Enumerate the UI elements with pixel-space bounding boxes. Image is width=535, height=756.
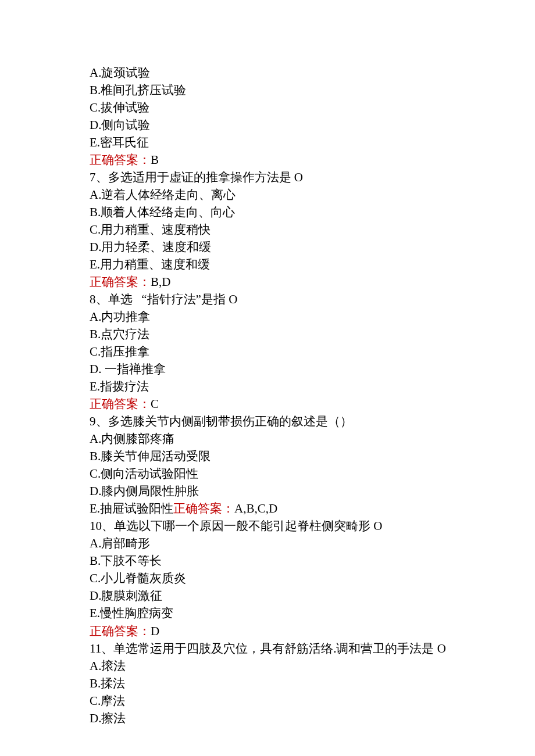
answer-label: 正确答案： xyxy=(90,624,151,638)
q10-stem: 10、单选以下哪一个原因一般不能引起脊柱侧突畸形 O xyxy=(90,517,535,535)
answer-label: 正确答案： xyxy=(90,153,151,167)
answer-value: A,B,C,D xyxy=(234,501,277,515)
document-page: A.旋颈试验 B.椎间孔挤压试验 C.拔伸试验 D.侧向试验 E.密耳氏征 正确… xyxy=(0,0,535,756)
answer-value: B,D xyxy=(151,275,170,289)
q6-option-b: B.椎间孔挤压试验 xyxy=(90,81,535,99)
q10-option-e: E.慢性胸腔病变 xyxy=(90,604,535,622)
q7-answer: 正确答案：B,D xyxy=(90,273,535,291)
q8-stem: 8、单选 “指针疗法”是指 O xyxy=(90,291,535,308)
q9-option-c: C.侧向活动试验阳性 xyxy=(90,465,535,482)
q10-option-c: C.小儿脊髓灰质炎 xyxy=(90,569,535,587)
q9-option-a: A.内侧膝部疼痛 xyxy=(90,430,535,447)
answer-label: 正确答案： xyxy=(173,501,234,515)
q8-option-e: E.指拨疗法 xyxy=(90,378,535,395)
q10-option-b: B.下肢不等长 xyxy=(90,552,535,569)
q7-option-a: A.逆着人体经络走向、离心 xyxy=(90,186,535,203)
q6-option-c: C.拔伸试验 xyxy=(90,99,535,116)
q7-option-b: B.顺着人体经络走向、向心 xyxy=(90,203,535,221)
q9-option-e-prefix: E.抽屉试验阳性 xyxy=(90,501,173,515)
q9-stem: 9、多选膝关节内侧副韧带损伤正确的叙述是（） xyxy=(90,413,535,430)
q10-option-d: D.腹膜刺激征 xyxy=(90,587,535,604)
q7-option-d: D.用力轻柔、速度和缓 xyxy=(90,238,535,256)
q11-option-b: B.揉法 xyxy=(90,675,535,692)
q11-option-d: D.擦法 xyxy=(90,710,535,727)
q6-option-e: E.密耳氏征 xyxy=(90,134,535,151)
q6-answer: 正确答案：B xyxy=(90,151,535,169)
q9-option-e-and-answer: E.抽屉试验阳性正确答案：A,B,C,D xyxy=(90,500,535,517)
q10-answer: 正确答案：D xyxy=(90,622,535,640)
answer-label: 正确答案： xyxy=(90,397,151,411)
q7-option-c: C.用力稍重、速度稍快 xyxy=(90,221,535,238)
q8-option-b: B.点穴疗法 xyxy=(90,325,535,343)
q8-option-d: D. 一指禅推拿 xyxy=(90,360,535,378)
q8-option-c: C.指压推拿 xyxy=(90,343,535,360)
answer-label: 正确答案： xyxy=(90,275,151,289)
q11-stem: 11、单选常运用于四肢及穴位，具有舒筋活络.调和营卫的手法是 O xyxy=(90,640,535,657)
answer-value: B xyxy=(151,153,159,167)
q9-option-b: B.膝关节伸屈活动受限 xyxy=(90,447,535,465)
q11-option-c: C.摩法 xyxy=(90,692,535,710)
answer-value: C xyxy=(151,397,159,411)
q8-option-a: A.内功推拿 xyxy=(90,308,535,325)
q9-option-d: D.膝内侧局限性肿胀 xyxy=(90,482,535,500)
q7-stem: 7、多选适用于虚证的推拿操作方法是 O xyxy=(90,169,535,186)
q6-option-d: D.侧向试验 xyxy=(90,116,535,134)
q7-option-e: E.用力稍重、速度和缓 xyxy=(90,256,535,273)
q6-option-a: A.旋颈试验 xyxy=(90,64,535,81)
q11-option-a: A.㨰法 xyxy=(90,657,535,675)
q8-answer: 正确答案：C xyxy=(90,395,535,413)
q10-option-a: A.肩部畸形 xyxy=(90,535,535,552)
answer-value: D xyxy=(151,624,159,638)
